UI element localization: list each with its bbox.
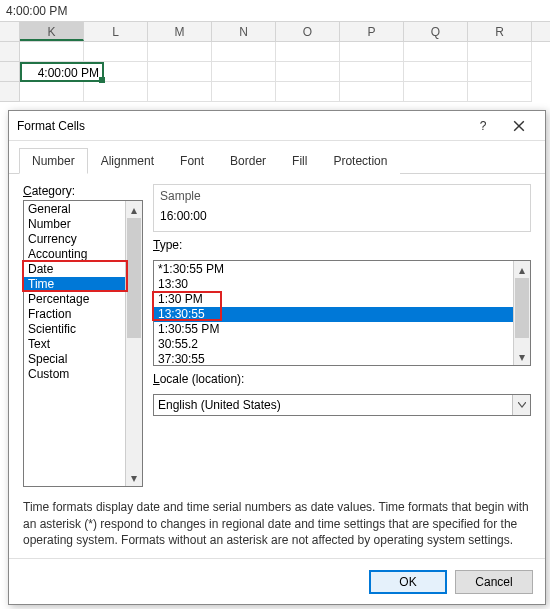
column-header-L[interactable]: L — [84, 22, 148, 41]
type-item[interactable]: 1:30:55 PM — [154, 322, 513, 337]
dialog-title: Format Cells — [17, 119, 465, 133]
chevron-down-icon — [518, 402, 526, 408]
active-cell-value: 4:00:00 PM — [38, 66, 99, 80]
category-listbox[interactable]: General Number Currency Accounting Date … — [23, 200, 143, 487]
type-scrollbar[interactable]: ▴ ▾ — [513, 261, 530, 365]
tab-alignment[interactable]: Alignment — [88, 148, 167, 174]
dialog-titlebar[interactable]: Format Cells ? — [9, 111, 545, 141]
type-item[interactable]: *1:30:55 PM — [154, 262, 513, 277]
tab-border[interactable]: Border — [217, 148, 279, 174]
category-item-currency[interactable]: Currency — [24, 232, 125, 247]
tab-protection[interactable]: Protection — [320, 148, 400, 174]
category-scrollbar[interactable]: ▴ ▾ — [125, 201, 142, 486]
locale-select[interactable]: English (United States) — [153, 394, 531, 416]
ok-button[interactable]: OK — [369, 570, 447, 594]
category-item-accounting[interactable]: Accounting — [24, 247, 125, 262]
scroll-down-icon[interactable]: ▾ — [514, 348, 530, 365]
sample-groupbox: Sample 16:00:00 — [153, 184, 531, 232]
dialog-tabs: Number Alignment Font Border Fill Protec… — [9, 141, 545, 174]
locale-value: English (United States) — [158, 398, 281, 412]
category-item-fraction[interactable]: Fraction — [24, 307, 125, 322]
type-listbox[interactable]: *1:30:55 PM 13:30 1:30 PM 13:30:55 1:30:… — [153, 260, 531, 366]
category-item-custom[interactable]: Custom — [24, 367, 125, 382]
category-item-scientific[interactable]: Scientific — [24, 322, 125, 337]
tab-number[interactable]: Number — [19, 148, 88, 174]
scroll-thumb[interactable] — [515, 278, 529, 338]
dialog-body: Category: General Number Currency Accoun… — [9, 174, 545, 558]
help-button[interactable]: ? — [465, 112, 501, 140]
column-header-Q[interactable]: Q — [404, 22, 468, 41]
category-item-date[interactable]: Date — [24, 262, 125, 277]
close-button[interactable] — [501, 112, 537, 140]
format-note: Time formats display date and time seria… — [23, 499, 531, 548]
type-item[interactable]: 37:30:55 — [154, 352, 513, 365]
column-header-K[interactable]: K — [20, 22, 84, 41]
category-label: Category: — [23, 184, 143, 198]
cancel-button[interactable]: Cancel — [455, 570, 533, 594]
formula-bar[interactable]: 4:00:00 PM — [0, 0, 550, 22]
category-item-text[interactable]: Text — [24, 337, 125, 352]
category-item-time[interactable]: Time — [24, 277, 125, 292]
tab-font[interactable]: Font — [167, 148, 217, 174]
column-header-N[interactable]: N — [212, 22, 276, 41]
dropdown-button[interactable] — [512, 395, 530, 415]
tab-fill[interactable]: Fill — [279, 148, 320, 174]
type-item[interactable]: 30:55.2 — [154, 337, 513, 352]
category-item-general[interactable]: General — [24, 202, 125, 217]
scroll-down-icon[interactable]: ▾ — [126, 469, 142, 486]
spreadsheet-grid[interactable]: 4:00:00 PM — [0, 42, 550, 112]
scroll-thumb[interactable] — [127, 218, 141, 338]
type-item[interactable]: 13:30 — [154, 277, 513, 292]
fill-handle[interactable] — [99, 77, 105, 83]
type-item[interactable]: 13:30:55 — [154, 307, 513, 322]
format-cells-dialog: Format Cells ? Number Alignment Font Bor… — [8, 110, 546, 605]
category-item-special[interactable]: Special — [24, 352, 125, 367]
category-item-number[interactable]: Number — [24, 217, 125, 232]
scroll-up-icon[interactable]: ▴ — [126, 201, 142, 218]
sample-label: Sample — [160, 189, 524, 203]
column-header-M[interactable]: M — [148, 22, 212, 41]
column-header-O[interactable]: O — [276, 22, 340, 41]
column-headers: K L M N O P Q R — [0, 22, 550, 42]
column-header-P[interactable]: P — [340, 22, 404, 41]
locale-label: Locale (location): — [153, 372, 531, 386]
sample-value: 16:00:00 — [160, 209, 524, 223]
scroll-up-icon[interactable]: ▴ — [514, 261, 530, 278]
type-label: Type: — [153, 238, 531, 252]
dialog-footer: OK Cancel — [9, 558, 545, 604]
header-corner — [0, 22, 20, 41]
close-icon — [513, 120, 525, 132]
active-cell[interactable]: 4:00:00 PM — [20, 62, 104, 82]
formula-bar-value: 4:00:00 PM — [6, 4, 67, 18]
help-icon: ? — [480, 119, 487, 133]
column-header-R[interactable]: R — [468, 22, 532, 41]
type-item[interactable]: 1:30 PM — [154, 292, 513, 307]
category-item-percentage[interactable]: Percentage — [24, 292, 125, 307]
